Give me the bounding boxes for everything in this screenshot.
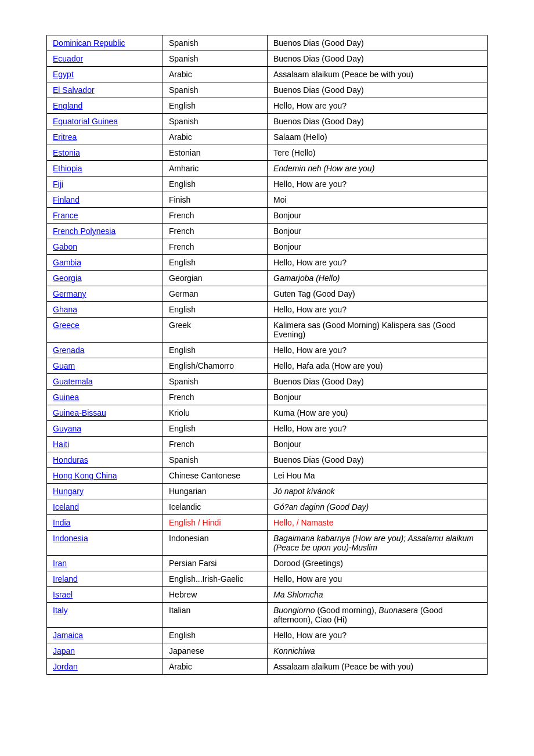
language-cell: Spanish (163, 82, 268, 98)
country-link[interactable]: Dominican Republic (53, 38, 125, 48)
language-cell: Spanish (163, 452, 268, 468)
greeting-cell: Salaam (Hello) (268, 129, 488, 145)
country-link[interactable]: Hungary (53, 487, 84, 496)
country-link[interactable]: France (53, 211, 78, 220)
country-link[interactable]: Haiti (53, 440, 69, 449)
language-cell: Spanish (163, 35, 268, 51)
table-row: FinlandFinishMoi (47, 192, 488, 208)
country-link[interactable]: Iran (53, 559, 67, 568)
country-cell: Guinea (47, 390, 163, 405)
greeting-cell: Hello, How are you? (268, 255, 488, 271)
table-row: GuyanaEnglishHello, How are you? (47, 421, 488, 437)
country-link[interactable]: Equatorial Guinea (53, 117, 118, 126)
language-cell: English (163, 98, 268, 114)
country-cell: England (47, 98, 163, 114)
country-link[interactable]: El Salvador (53, 85, 95, 95)
table-row: EritreaArabicSalaam (Hello) (47, 129, 488, 145)
table-row: Guinea-BissauKrioluKuma (How are you) (47, 405, 488, 421)
country-link[interactable]: Gambia (53, 258, 81, 267)
country-link[interactable]: Ireland (53, 574, 78, 584)
language-cell: Arabic (163, 67, 268, 82)
greeting-cell: Hello, How are you? (268, 98, 488, 114)
table-row: EthiopiaAmharicEndemin neh (How are you) (47, 161, 488, 177)
greeting-cell: Guten Tag (Good Day) (268, 286, 488, 302)
country-cell: Honduras (47, 452, 163, 468)
country-cell: Jordan (47, 659, 163, 675)
language-cell: Arabic (163, 659, 268, 675)
country-cell: Ghana (47, 302, 163, 318)
country-link[interactable]: Jordan (53, 662, 78, 671)
greeting-cell: Hello, How are you (268, 571, 488, 587)
language-cell: Greek (163, 318, 268, 343)
country-cell: Greece (47, 318, 163, 343)
country-link[interactable]: Honduras (53, 455, 88, 465)
table-row: Equatorial GuineaSpanishBuenos Dias (Goo… (47, 114, 488, 129)
greeting-cell: Buenos Dias (Good Day) (268, 114, 488, 129)
language-cell: Estonian (163, 145, 268, 161)
country-link[interactable]: Estonia (53, 148, 80, 157)
greeting-cell: Gó?an daginn (Good Day) (268, 499, 488, 515)
country-link[interactable]: Ethiopia (53, 164, 82, 173)
country-cell: Iran (47, 556, 163, 571)
table-row: HungaryHungarianJó napot kívánok (47, 484, 488, 499)
country-link[interactable]: Hong Kong China (53, 471, 117, 480)
greeting-cell: Dorood (Greetings) (268, 556, 488, 571)
country-link[interactable]: India (53, 518, 70, 527)
country-cell: El Salvador (47, 82, 163, 98)
greeting-cell: Endemin neh (How are you) (268, 161, 488, 177)
table-row: HondurasSpanishBuenos Dias (Good Day) (47, 452, 488, 468)
greeting-cell: Buenos Dias (Good Day) (268, 452, 488, 468)
greeting-cell: Hello, Hafa ada (How are you) (268, 358, 488, 374)
table-row: IsraelHebrewMa Shlomcha (47, 587, 488, 603)
country-link[interactable]: Israel (53, 590, 73, 599)
country-link[interactable]: Ghana (53, 305, 77, 314)
country-link[interactable]: Finland (53, 195, 80, 204)
language-cell: Spanish (163, 374, 268, 390)
greeting-cell: Lei Hou Ma (268, 468, 488, 484)
table-row: HaitiFrenchBonjour (47, 437, 488, 452)
country-link[interactable]: Egypt (53, 70, 74, 79)
country-cell: France (47, 208, 163, 224)
country-cell: Estonia (47, 145, 163, 161)
country-link[interactable]: Guyana (53, 424, 81, 433)
table-row: GrenadaEnglishHello, How are you? (47, 343, 488, 358)
country-link[interactable]: Indonesia (53, 534, 88, 543)
table-row: GambiaEnglishHello, How are you? (47, 255, 488, 271)
country-link[interactable]: French Polynesia (53, 226, 116, 236)
country-link[interactable]: Iceland (53, 502, 79, 512)
language-cell: Chinese Cantonese (163, 468, 268, 484)
country-link[interactable]: England (53, 101, 82, 110)
country-link[interactable]: Guam (53, 361, 75, 370)
country-link[interactable]: Germany (53, 289, 86, 298)
greeting-cell: Hello, How are you? (268, 628, 488, 643)
country-link[interactable]: Guinea-Bissau (53, 408, 106, 417)
greeting-cell: Assalaam alaikum (Peace be with you) (268, 67, 488, 82)
country-cell: Finland (47, 192, 163, 208)
table-row: French PolynesiaFrenchBonjour (47, 224, 488, 239)
table-row: GuamEnglish/ChamorroHello, Hafa ada (How… (47, 358, 488, 374)
greeting-cell: Gamarjoba (Hello) (268, 271, 488, 286)
table-row: El SalvadorSpanishBuenos Dias (Good Day) (47, 82, 488, 98)
country-cell: Equatorial Guinea (47, 114, 163, 129)
table-row: FranceFrenchBonjour (47, 208, 488, 224)
country-link[interactable]: Greece (53, 321, 80, 330)
country-link[interactable]: Guatemala (53, 377, 92, 386)
country-link[interactable]: Ecuador (53, 54, 83, 63)
table-row: GabonFrenchBonjour (47, 239, 488, 255)
country-cell: Dominican Republic (47, 35, 163, 51)
country-cell: Japan (47, 643, 163, 659)
country-cell: Egypt (47, 67, 163, 82)
table-row: IndiaEnglish / HindiHello, / Namaste (47, 515, 488, 531)
country-cell: Guatemala (47, 374, 163, 390)
country-link[interactable]: Grenada (53, 345, 84, 355)
country-link[interactable]: Jamaica (53, 631, 83, 640)
country-link[interactable]: Japan (53, 646, 75, 656)
country-link[interactable]: Eritrea (53, 132, 77, 142)
country-cell: Israel (47, 587, 163, 603)
country-link[interactable]: Guinea (53, 393, 79, 402)
country-cell: Gabon (47, 239, 163, 255)
country-link[interactable]: Italy (53, 606, 68, 615)
country-link[interactable]: Fiji (53, 179, 63, 189)
country-link[interactable]: Georgia (53, 273, 82, 283)
country-link[interactable]: Gabon (53, 242, 77, 251)
